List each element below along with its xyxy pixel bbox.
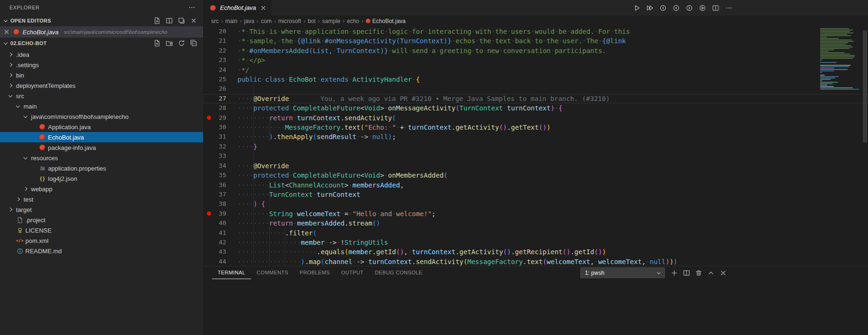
tree-item-application-java[interactable]: Application.java	[0, 122, 203, 132]
code-line-27[interactable]: 27····@OverrideYou, a week ago via PR #3…	[204, 94, 868, 103]
breakpoint-gutter[interactable]	[204, 55, 214, 65]
code-text[interactable]: ·*·#onMembersAdded(List,·TurnContext)}·w…	[237, 46, 868, 55]
tree-item-echobot-java[interactable]: EchoBot.java	[0, 132, 203, 142]
terminal-content[interactable]	[204, 279, 868, 335]
save-all-icon[interactable]	[178, 17, 185, 24]
continue-icon[interactable]	[699, 4, 706, 12]
code-text[interactable]	[237, 84, 868, 93]
more-actions-icon[interactable]	[725, 4, 733, 12]
breakpoint-gutter[interactable]	[204, 247, 214, 257]
code-line-35[interactable]: 35····protected·CompletableFuture<Void>·…	[204, 171, 868, 180]
code-line-26[interactable]: 26	[204, 84, 868, 93]
code-line-44[interactable]: 44················).map(channel·->·turnC…	[204, 257, 868, 266]
breakpoint-gutter[interactable]	[204, 113, 214, 123]
new-folder-icon[interactable]	[166, 39, 173, 47]
breakpoint-gutter[interactable]	[204, 123, 214, 132]
code-text[interactable]: ·*/	[237, 65, 868, 75]
tree-item-idea[interactable]: .idea	[0, 49, 203, 60]
breadcrumb-echobot-java[interactable]: EchoBot.java	[366, 18, 406, 24]
code-line-29[interactable]: 29········return·turnContext.sendActivit…	[204, 113, 868, 123]
panel-tab-output[interactable]: OUTPUT	[336, 266, 370, 279]
panel-tab-problems[interactable]: PROBLEMS	[294, 266, 335, 279]
breakpoint-gutter[interactable]	[204, 103, 214, 113]
breakpoint-gutter[interactable]	[204, 75, 214, 84]
code-text[interactable]: ················member·->·!StringUtils	[237, 238, 868, 247]
breadcrumb-microsoft[interactable]: microsoft	[278, 18, 301, 24]
code-line-25[interactable]: 25public·class·EchoBot·extends·ActivityH…	[204, 75, 868, 84]
open-editors-section-header[interactable]: OPEN EDITORS	[0, 15, 203, 26]
code-line-30[interactable]: 30············MessageFactory.text("Echo:…	[204, 123, 868, 132]
close-all-editors-icon[interactable]	[190, 17, 197, 24]
code-line-43[interactable]: 43····················.equals(member.get…	[204, 247, 868, 257]
code-text[interactable]: ········return·membersAdded.stream()	[237, 218, 868, 228]
breakpoint-gutter[interactable]	[204, 132, 214, 141]
code-text[interactable]: ·*·sample,·the·{@link·#onMessageActivity…	[237, 36, 868, 46]
code-text[interactable]: ········return·turnContext.sendActivity(	[237, 113, 868, 123]
refresh-explorer-icon[interactable]	[178, 39, 185, 47]
code-text[interactable]: ····}	[237, 142, 868, 151]
tree-item-project[interactable]: .project	[0, 215, 203, 225]
code-text[interactable]: ····protected·CompletableFuture<Void>·on…	[237, 103, 868, 113]
maximize-panel-icon[interactable]	[707, 269, 715, 277]
tree-item-java-com-microsoft-bot-sample-echo[interactable]: java\com\microsoft\bot\sample\echo	[0, 111, 203, 122]
code-line-24[interactable]: 24·*/	[204, 65, 868, 75]
tab-echobot-java[interactable]: EchoBot.java	[204, 0, 272, 16]
code-line-34[interactable]: 34····@Override	[204, 161, 868, 171]
terminal-profile-select[interactable]: 1: pwsh	[580, 267, 665, 278]
code-line-38[interactable]: 38····)·{	[204, 199, 868, 209]
code-text[interactable]: ········String·welcomeText·=·"Hello·and·…	[237, 209, 868, 218]
open-editor-item-echobot[interactable]: EchoBot.java src\main\java\com\microsoft…	[0, 26, 203, 38]
code-text[interactable]: ····)·{	[237, 199, 868, 209]
split-editor-icon[interactable]	[712, 4, 719, 12]
tree-item-src[interactable]: src	[0, 91, 203, 101]
tree-item-deploymenttemplates[interactable]: deploymentTemplates	[0, 80, 203, 91]
panel-tab-terminal[interactable]: TERMINAL	[212, 266, 251, 279]
breakpoint-gutter[interactable]	[204, 27, 214, 36]
code-text[interactable]: ·*·This·is·where·application·specific·lo…	[237, 27, 868, 36]
code-line-41[interactable]: 41············.filter(	[204, 228, 868, 238]
breakpoint-gutter[interactable]	[204, 180, 214, 190]
breadcrumb-bot[interactable]: bot	[308, 18, 316, 24]
breadcrumb-com[interactable]: com	[261, 18, 272, 24]
code-line-37[interactable]: 37········TurnContext·turnContext	[204, 190, 868, 199]
tree-item-license[interactable]: LICENSE	[0, 225, 203, 235]
code-text[interactable]: ····@OverrideYou, a week ago via PR #321…	[237, 94, 868, 103]
tree-item-readme-md[interactable]: README.md	[0, 246, 203, 256]
kill-terminal-icon[interactable]	[695, 269, 702, 277]
project-section-header[interactable]: 02.ECHO-BOT	[0, 38, 203, 49]
code-text[interactable]: ········).thenApply(sendResult·->·null);	[237, 132, 868, 141]
run-all-icon[interactable]	[646, 4, 654, 12]
breakpoint-icon[interactable]	[207, 116, 211, 120]
breakpoint-gutter[interactable]	[204, 209, 214, 218]
tree-item-target[interactable]: target	[0, 204, 203, 215]
new-file-icon[interactable]	[153, 39, 161, 47]
tree-item-test[interactable]: test	[0, 194, 203, 204]
views-more-actions-icon[interactable]	[188, 4, 196, 11]
split-terminal-icon[interactable]	[683, 269, 690, 277]
code-text[interactable]: ············.filter(	[237, 228, 868, 238]
code-line-28[interactable]: 28····protected·CompletableFuture<Void>·…	[204, 103, 868, 113]
code-text[interactable]	[237, 151, 868, 161]
code-line-23[interactable]: 23·*·</p>	[204, 55, 868, 65]
step-back-icon[interactable]	[659, 4, 667, 12]
code-line-32[interactable]: 32····}	[204, 142, 868, 151]
breakpoint-gutter[interactable]	[204, 238, 214, 247]
breadcrumb-main[interactable]: main	[225, 18, 237, 24]
panel-tab-debug-console[interactable]: DEBUG CONSOLE	[369, 266, 428, 279]
breakpoint-gutter[interactable]	[204, 65, 214, 75]
editor-layout-icon[interactable]	[166, 17, 173, 24]
code-line-42[interactable]: 42················member·->·!StringUtils	[204, 238, 868, 247]
breakpoint-icon[interactable]	[207, 211, 211, 216]
code-text[interactable]: ·*·</p>	[237, 55, 868, 65]
breadcrumb-sample[interactable]: sample	[322, 18, 340, 24]
code-text[interactable]: ················).map(channel·->·turnCon…	[237, 257, 868, 266]
code-text[interactable]: ············MessageFactory.text("Echo:·"…	[237, 123, 868, 132]
tree-item-resources[interactable]: resources	[0, 153, 203, 163]
code-line-31[interactable]: 31········).thenApply(sendResult·->·null…	[204, 132, 868, 141]
new-untitled-file-icon[interactable]	[153, 17, 161, 24]
minimap[interactable]	[820, 28, 861, 90]
code-line-36[interactable]: 36········List<ChannelAccount>·membersAd…	[204, 180, 868, 190]
record-icon[interactable]	[672, 4, 680, 12]
breadcrumb-echo[interactable]: echo	[347, 18, 359, 24]
code-line-33[interactable]: 33	[204, 151, 868, 161]
